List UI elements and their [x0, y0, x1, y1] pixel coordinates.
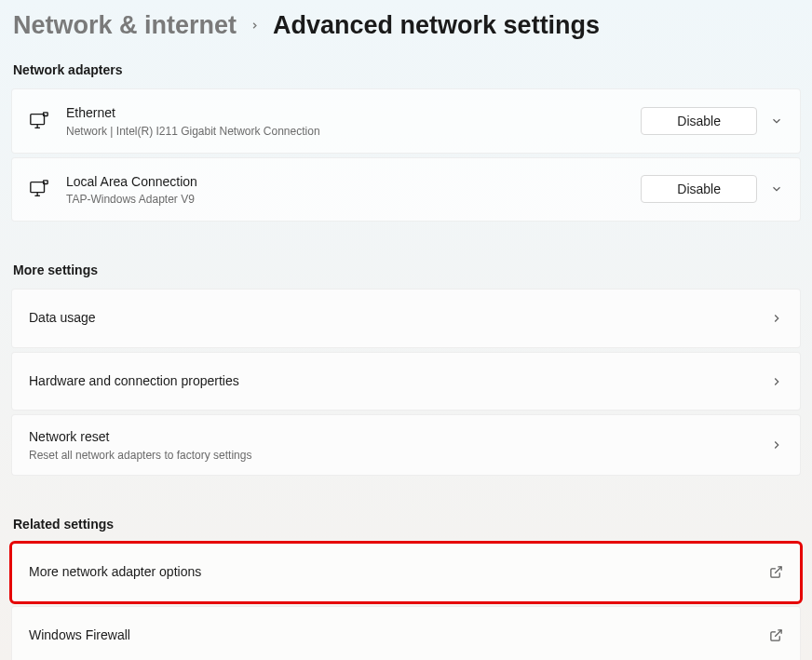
svg-rect-3 — [44, 113, 48, 116]
adapter-content: Ethernet Network | Intel(R) I211 Gigabit… — [66, 104, 641, 138]
adapter-name: Local Area Connection — [66, 173, 641, 192]
chevron-down-icon[interactable] — [770, 182, 783, 195]
svg-rect-4 — [31, 182, 45, 193]
item-label: Hardware and connection properties — [29, 372, 770, 391]
monitor-icon — [29, 179, 49, 199]
svg-line-8 — [775, 567, 781, 573]
more-item-hardware[interactable]: Hardware and connection properties — [11, 352, 801, 411]
breadcrumb: Network & internet Advanced network sett… — [11, 11, 801, 40]
adapter-subtitle: TAP-Windows Adapter V9 — [66, 193, 641, 206]
item-subtitle: Reset all network adapters to factory se… — [29, 449, 770, 462]
adapter-card-lan[interactable]: Local Area Connection TAP-Windows Adapte… — [11, 157, 801, 222]
more-item-network-reset[interactable]: Network reset Reset all network adapters… — [11, 414, 801, 476]
disable-button[interactable]: Disable — [641, 175, 757, 203]
chevron-right-icon — [770, 312, 783, 325]
related-item-more-adapter-options[interactable]: More network adapter options — [11, 543, 801, 602]
svg-rect-0 — [31, 114, 45, 124]
chevron-right-icon — [770, 375, 783, 388]
related-item-firewall[interactable]: Windows Firewall — [11, 606, 801, 660]
section-title-related: Related settings — [11, 517, 801, 532]
monitor-icon — [29, 111, 49, 131]
disable-button[interactable]: Disable — [641, 107, 757, 135]
adapter-card-ethernet[interactable]: Ethernet Network | Intel(R) I211 Gigabit… — [11, 88, 801, 154]
external-link-icon — [769, 565, 783, 579]
svg-rect-7 — [44, 181, 48, 184]
breadcrumb-current: Advanced network settings — [273, 11, 600, 40]
more-item-data-usage[interactable]: Data usage — [11, 289, 801, 348]
adapter-content: Local Area Connection TAP-Windows Adapte… — [66, 173, 641, 207]
chevron-right-icon — [250, 20, 260, 31]
svg-line-9 — [775, 630, 781, 637]
adapter-subtitle: Network | Intel(R) I211 Gigabit Network … — [66, 125, 641, 138]
item-label: Data usage — [29, 309, 770, 328]
section-title-more: More settings — [11, 263, 801, 277]
breadcrumb-parent[interactable]: Network & internet — [13, 11, 237, 40]
chevron-right-icon — [770, 438, 783, 451]
item-label: More network adapter options — [29, 563, 769, 582]
external-link-icon — [769, 628, 783, 642]
item-label: Windows Firewall — [29, 626, 769, 645]
item-label: Network reset — [29, 428, 770, 447]
chevron-down-icon[interactable] — [770, 114, 783, 128]
section-title-adapters: Network adapters — [11, 62, 801, 77]
adapter-name: Ethernet — [66, 104, 641, 123]
